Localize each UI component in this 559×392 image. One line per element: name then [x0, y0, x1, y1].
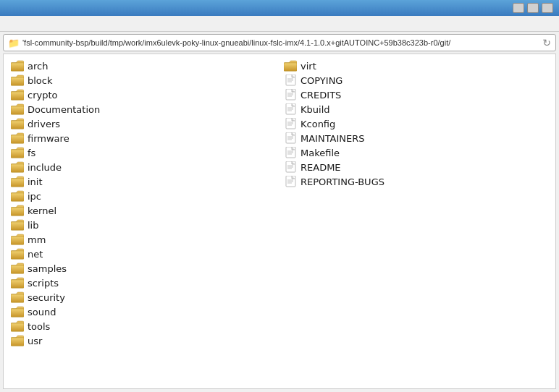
list-item[interactable]: block	[7, 73, 280, 88]
doc-icon	[284, 103, 297, 115]
svg-rect-71	[286, 103, 295, 114]
folder-icon	[11, 147, 24, 158]
file-name: tools	[28, 321, 50, 332]
minimize-button[interactable]	[513, 3, 524, 13]
svg-rect-23	[11, 164, 24, 172]
list-item[interactable]: lib	[7, 218, 280, 232]
folder-icon	[11, 320, 24, 332]
list-item[interactable]: virt	[280, 59, 552, 73]
svg-rect-41	[11, 251, 24, 259]
list-item[interactable]: include	[7, 160, 280, 174]
list-item[interactable]: mm	[7, 232, 280, 247]
title-bar-controls	[513, 3, 553, 13]
svg-rect-26	[11, 179, 24, 187]
file-name: drivers	[28, 119, 60, 129]
list-item[interactable]: Kconfig	[280, 116, 552, 131]
right-column: virt COPYING CREDITS Kbuild Kconfig MAIN…	[280, 59, 552, 189]
list-item[interactable]: security	[7, 290, 280, 304]
folder-icon	[11, 277, 24, 289]
svg-rect-56	[11, 323, 24, 331]
file-name: firmware	[28, 133, 70, 144]
list-item[interactable]: REPORTING-BUGS	[280, 174, 552, 189]
list-item[interactable]: Kbuild	[280, 102, 552, 116]
list-item[interactable]: firmware	[7, 131, 280, 145]
list-item[interactable]: kernel	[7, 203, 280, 218]
menu-item-v[interactable]	[3, 22, 14, 25]
list-item[interactable]: COPYING	[280, 73, 552, 88]
svg-rect-20	[11, 150, 24, 158]
menu-item-goto[interactable]	[16, 22, 28, 25]
title-bar	[0, 0, 559, 16]
list-item[interactable]: init	[7, 174, 280, 189]
svg-rect-11	[11, 106, 24, 114]
svg-rect-17	[11, 135, 24, 143]
left-column: arch block crypto	[7, 59, 280, 348]
svg-rect-47	[11, 280, 24, 288]
list-item[interactable]: CREDITS	[280, 88, 552, 102]
list-item[interactable]: usr	[7, 333, 280, 348]
doc-icon	[284, 132, 297, 144]
file-name: arch	[28, 61, 48, 72]
list-item[interactable]: README	[280, 160, 552, 174]
list-item[interactable]: ipc	[7, 189, 280, 203]
svg-rect-44	[11, 265, 24, 273]
svg-rect-63	[286, 74, 295, 85]
maximize-button[interactable]	[527, 3, 539, 13]
list-item[interactable]: arch	[7, 59, 280, 73]
file-name: usr	[28, 336, 42, 346]
doc-icon	[284, 176, 297, 187]
file-name: COPYING	[300, 75, 342, 86]
file-name: README	[300, 162, 341, 173]
list-item[interactable]: drivers	[7, 116, 280, 131]
list-item[interactable]: crypto	[7, 88, 280, 102]
list-item[interactable]: scripts	[7, 276, 280, 290]
menu-bar	[0, 16, 559, 32]
file-name: block	[28, 75, 53, 86]
file-name: CREDITS	[300, 90, 341, 101]
list-item[interactable]: fs	[7, 145, 280, 160]
folder-icon	[11, 335, 24, 346]
svg-rect-59	[11, 338, 24, 346]
list-item[interactable]: Makefile	[280, 145, 552, 160]
file-name: Kbuild	[300, 104, 330, 115]
file-name: virt	[300, 61, 316, 72]
list-item[interactable]: tools	[7, 319, 280, 333]
folder-icon	[11, 263, 24, 274]
file-name: include	[28, 162, 62, 173]
file-name: sound	[28, 307, 56, 318]
svg-rect-32	[11, 208, 24, 216]
folder-icon	[11, 74, 24, 86]
close-button[interactable]	[542, 3, 553, 13]
list-item[interactable]: sound	[7, 304, 280, 319]
folder-icon	[11, 132, 24, 144]
folder-icon	[11, 291, 24, 303]
list-item[interactable]: Documentation	[7, 102, 280, 116]
file-name: lib	[28, 220, 38, 231]
svg-rect-50	[11, 294, 24, 302]
doc-icon	[284, 89, 297, 101]
folder-icon	[11, 306, 24, 318]
list-item[interactable]: MAINTAINERS	[280, 131, 552, 145]
folder-icon	[11, 176, 24, 187]
doc-icon	[284, 74, 297, 86]
doc-icon	[284, 147, 297, 158]
address-input[interactable]	[22, 38, 539, 47]
svg-rect-14	[11, 121, 24, 129]
file-name: scripts	[28, 278, 59, 289]
list-item[interactable]: samples	[7, 261, 280, 276]
file-name: crypto	[28, 90, 58, 101]
svg-rect-87	[286, 161, 295, 172]
list-item[interactable]: net	[7, 247, 280, 261]
file-name: Makefile	[300, 148, 340, 158]
svg-rect-29	[11, 193, 24, 201]
file-name: samples	[28, 263, 67, 274]
file-name: security	[28, 292, 65, 303]
folder-icon	[11, 205, 24, 216]
svg-rect-8	[11, 92, 24, 100]
refresh-icon[interactable]: ↻	[542, 37, 551, 48]
file-name: ipc	[28, 191, 41, 202]
svg-rect-79	[286, 132, 295, 143]
svg-rect-35	[11, 222, 24, 230]
menu-item-help[interactable]	[29, 22, 41, 25]
folder-icon	[11, 161, 24, 173]
